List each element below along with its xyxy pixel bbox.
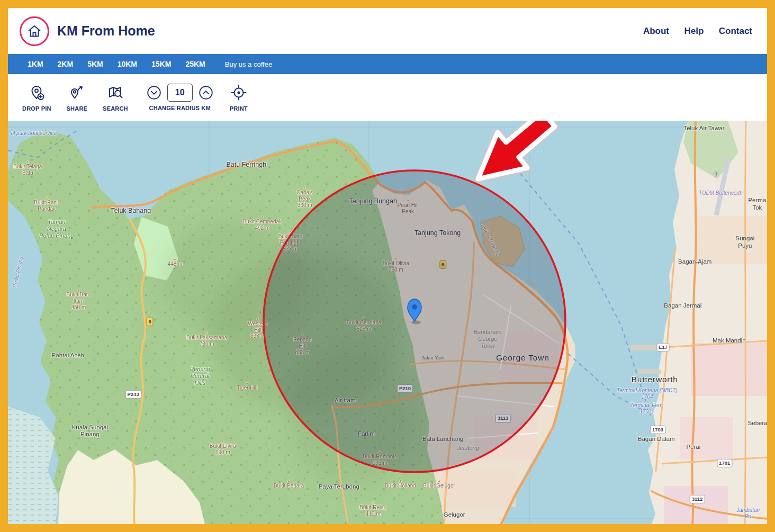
map-label: P210 <box>397 384 413 393</box>
radius-input[interactable]: 10 <box>167 84 193 102</box>
map-label: Penang Central Hills <box>190 366 210 386</box>
km-nav: 1KM 2KM 5KM 10KM 15KM 25KM Buy us a coff… <box>8 54 767 74</box>
map-label: Jalan York <box>421 355 445 360</box>
map-label: Carla's Peak 360 m <box>296 186 313 209</box>
map-label: E17 <box>656 343 670 351</box>
nav-25km[interactable]: 25KM <box>185 60 205 68</box>
map-label: Gelugor <box>444 511 465 519</box>
map-label: George Town <box>496 353 549 363</box>
map-label: Bukit Cendana 525 m <box>347 316 382 332</box>
map-label: 1703 <box>650 426 665 434</box>
page-frame: KM From Home About Help Contact 1KM 2KM … <box>0 0 775 532</box>
page: KM From Home About Help Contact 1KM 2KM … <box>8 8 767 524</box>
map-label: Seberang <box>748 420 767 427</box>
nav-2km[interactable]: 2KM <box>58 60 74 68</box>
map-label: 448 m <box>168 257 183 267</box>
home-icon <box>26 23 42 39</box>
map-label: Terminal Kontena (NBCT) 1704 <box>617 387 678 400</box>
map-label: Jelutong <box>457 444 479 451</box>
map-label: Bukit Gelugor <box>423 479 455 489</box>
map-label: Bukit Olivia 260 m <box>383 257 409 273</box>
change-radius-label: CHANGE RADIUS KM <box>149 105 211 111</box>
map-label: Penang Hill 833 m <box>293 333 311 356</box>
map-label: Tiger Hill <box>237 381 257 391</box>
map-label: Pearl Hill Peak <box>398 199 419 215</box>
drop-pin-icon <box>28 84 46 102</box>
map-label: Pulau Pinang <box>480 223 502 257</box>
map-label: Batu Lanchang <box>422 436 463 443</box>
map-label: 6 <box>439 260 446 269</box>
home-logo[interactable] <box>20 16 49 46</box>
map-label: Butterworth <box>632 375 678 384</box>
map-label: TUDM Butterworth <box>699 190 743 196</box>
map-label: Bukit Batu Ferringhi 573 m <box>278 230 303 253</box>
map-label: Mak Mandin <box>713 337 746 345</box>
nav-1km[interactable]: 1KM <box>28 60 43 68</box>
map-label: Bukit Relau 413 m <box>359 501 386 517</box>
map-label: Kuala Sungai Pinang <box>72 424 108 438</box>
map-label: Jambatan Pu <box>736 507 760 520</box>
map-label: 6 <box>147 318 154 326</box>
print-button[interactable]: PRINT <box>230 84 248 112</box>
map-label: Bagan-Ajam <box>678 258 711 266</box>
map-label: Bukit Cempedak 492 m <box>243 214 282 231</box>
map-label: Bandaraya George Town <box>474 329 502 349</box>
map-label: Taman Negara Pulau Pinang <box>39 219 74 239</box>
chevron-down-circle-icon <box>146 84 163 101</box>
nav-buy-coffee[interactable]: Buy us a coffee <box>225 60 272 68</box>
nav-15km[interactable]: 15KM <box>151 60 171 68</box>
toolbar: DROP PIN SHARE SEAR <box>8 74 767 121</box>
header: KM From Home About Help Contact <box>8 8 767 54</box>
map-label: Teluk Bahang <box>111 207 151 215</box>
map-label: Bagan Jermal <box>664 302 701 310</box>
map-label: Air Itam <box>335 397 356 404</box>
search-button[interactable]: SEARCH <box>103 84 128 112</box>
drop-pin-label: DROP PIN <box>22 105 51 112</box>
map-label: Teluk Air Tawar <box>683 125 724 132</box>
map-label: Sungai Puyu <box>734 236 756 250</box>
nav-5km[interactable]: 5KM <box>87 60 103 68</box>
map-label: 3112 <box>690 495 705 503</box>
brand-title: KM From Home <box>57 23 155 39</box>
map-label: P243 <box>125 390 141 399</box>
map-label: Bukit Elvira 690 m <box>210 439 236 456</box>
map-label: Bukit Laksamana 730 m <box>186 331 227 347</box>
map-label: Pantai Aceh <box>52 352 84 359</box>
brand: KM From Home <box>20 16 155 46</box>
link-contact[interactable]: Contact <box>719 26 752 36</box>
map-label: Perma Tok <box>748 197 766 212</box>
link-help[interactable]: Help <box>684 26 704 36</box>
map-label: Bukit Penara <box>274 479 304 489</box>
map-label: Perai <box>686 444 700 451</box>
map-label: 3113 <box>495 414 511 422</box>
map-label: Bukit Telaga Batu <box>13 160 42 176</box>
map-label: 1701 <box>717 459 732 467</box>
link-about[interactable]: About <box>643 26 669 36</box>
map-label: Bukit Holland <box>385 479 416 489</box>
map-label: Western Hill 833 m <box>248 317 267 339</box>
search-icon <box>106 84 124 102</box>
drop-pin-button[interactable]: DROP PIN <box>22 84 51 112</box>
chevron-up-circle-icon <box>197 84 214 101</box>
map-label: Bukit Pasir Pandak <box>34 196 59 212</box>
share-button[interactable]: SHARE <box>67 84 88 112</box>
map[interactable]: al park boat serviceTeluk Air TawarBatu … <box>8 121 767 524</box>
map-label: Tanjung Bungah <box>349 197 397 205</box>
map-label: Bukit Romania 193 m <box>363 450 397 466</box>
share-label: SHARE <box>67 105 88 112</box>
map-label: Paya Terubong <box>319 483 359 491</box>
map-label: Tanjung Tokong <box>414 229 461 237</box>
search-label: SEARCH <box>103 105 128 112</box>
map-label: Farlim <box>358 430 375 438</box>
map-label: Pulau Pinang <box>12 256 24 288</box>
top-links: About Help Contact <box>630 26 752 37</box>
print-label: PRINT <box>230 105 248 112</box>
map-label: Terminal Feri 1703 <box>630 402 661 415</box>
radius-increase-button[interactable] <box>197 84 214 101</box>
radius-decrease-button[interactable] <box>146 84 163 101</box>
change-radius-group: 10 CHANGE RADIUS KM <box>146 84 214 111</box>
map-label: ✈ <box>713 169 720 179</box>
nav-10km[interactable]: 10KM <box>118 60 137 68</box>
map-labels: al park boat serviceTeluk Air TawarBatu … <box>8 121 767 524</box>
map-label: Bukit Batu Itam 450 m <box>67 288 91 311</box>
